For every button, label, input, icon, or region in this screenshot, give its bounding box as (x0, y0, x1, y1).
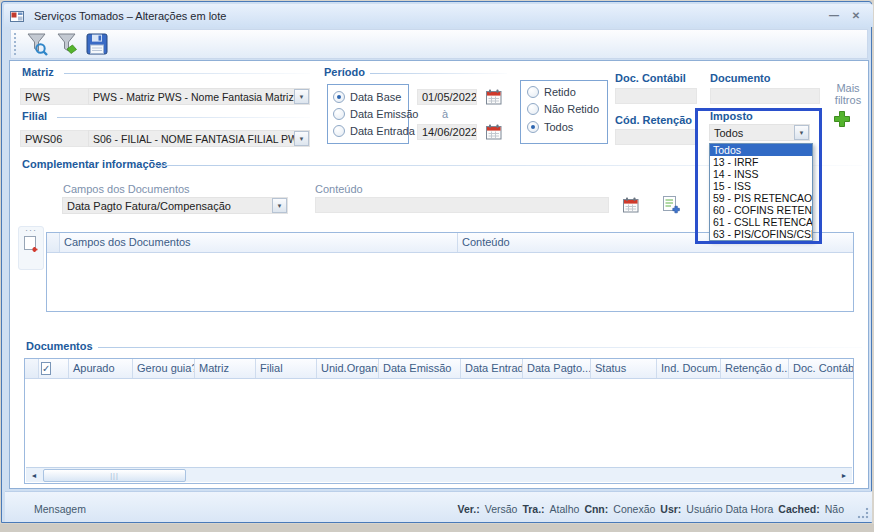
documentos-group-line (98, 347, 862, 348)
funnel-search-icon (24, 31, 50, 57)
window-title: Serviços Tomados – Alterações em lote (34, 10, 226, 22)
imposto-combobox[interactable]: Todos ▼ (709, 124, 810, 141)
imposto-label: Imposto (710, 110, 753, 122)
column-header[interactable]: Data Entrada (461, 359, 523, 378)
documento-field[interactable] (710, 88, 820, 104)
retencao-radio-group: Retido Não Retido Todos (520, 80, 608, 144)
dropdown-option[interactable]: 63 - PIS/COFINS/CSLL (710, 228, 812, 240)
dropdown-option[interactable]: 13 - IRRF (710, 156, 812, 168)
scroll-left-arrow-icon[interactable]: ◄ (26, 468, 42, 483)
column-header[interactable]: Doc. Contábil (789, 359, 853, 378)
filter-search-button[interactable] (22, 30, 52, 58)
add-field-row-button[interactable] (662, 195, 680, 218)
campos-documentos-label: Campos dos Documentos (63, 183, 190, 195)
imposto-dropdown-list: Todos 13 - IRRF 14 - INSS 15 - ISS 59 - … (709, 143, 813, 241)
radio-icon (333, 108, 345, 120)
dropdown-option[interactable]: 59 - PIS RETENCAO (710, 192, 812, 204)
documentos-grid: ✓ Apurado Gerou guia? Matriz Filial Unid… (24, 358, 854, 484)
minimize-button[interactable]: — (823, 8, 845, 23)
column-header[interactable]: Data Pagto... (523, 359, 591, 378)
column-header[interactable]: Apurado (69, 359, 133, 378)
background-strip (0, 524, 874, 532)
periodo-group-line (370, 73, 507, 74)
status-message: Mensagem (34, 503, 86, 515)
radio-data-entrada[interactable]: Data Entrada (333, 125, 415, 137)
radio-retido[interactable]: Retido (527, 86, 576, 98)
radio-nao-retido[interactable]: Não Retido (527, 103, 599, 115)
filial-dropdown-arrow-icon[interactable]: ▼ (294, 131, 309, 146)
add-filter-button[interactable] (833, 110, 851, 132)
campos-grid: Campos dos Documentos Conteúdo (46, 232, 854, 312)
radio-data-emissao[interactable]: Data Emissão (333, 108, 418, 120)
horizontal-scrollbar[interactable]: ◄ ||| ► (26, 467, 852, 482)
column-header[interactable]: Filial (256, 359, 317, 378)
resize-grip[interactable] (857, 507, 869, 519)
overflow-dots-icon[interactable]: ··· (19, 227, 43, 234)
select-all-header[interactable]: ✓ (39, 359, 69, 378)
title-bar[interactable]: Serviços Tomados – Alterações em lote — … (4, 4, 873, 27)
complementar-group-label: Complementar informações (22, 158, 167, 170)
radio-icon (527, 103, 539, 115)
close-button[interactable]: ✕ (845, 8, 867, 23)
campos-documentos-combobox[interactable]: Data Pagto Fatura/Compensação ▼ (62, 197, 288, 214)
conteudo-calendar-icon[interactable] (623, 197, 639, 217)
column-header[interactable]: Unid.Organiz. (317, 359, 379, 378)
filial-combobox[interactable]: S06 - FILIAL - NOME FANTASIA FILIAL PWS0… (88, 130, 310, 147)
radio-selected-icon (527, 121, 539, 133)
dropdown-option[interactable]: 14 - INSS (710, 168, 812, 180)
dropdown-option[interactable]: 15 - ISS (710, 180, 812, 192)
documentos-grid-header: ✓ Apurado Gerou guia? Matriz Filial Unid… (25, 359, 853, 379)
date-range-separator: à (442, 108, 448, 120)
doc-contabil-label: Doc. Contábil (615, 72, 686, 84)
matriz-combobox[interactable]: PWS - Matriz PWS - Nome Fantasia Matriz … (88, 88, 310, 105)
save-button[interactable] (82, 30, 112, 58)
column-header[interactable]: Status (591, 359, 657, 378)
column-header[interactable]: Ind. Docum... (657, 359, 721, 378)
app-icon (9, 8, 25, 24)
matriz-group-label: Matriz (22, 66, 54, 78)
cod-retencao-field[interactable] (615, 129, 697, 145)
mais-filtros-label: Mais filtros (828, 82, 868, 106)
documentos-group-label: Documentos (26, 340, 93, 352)
filial-group-label: Filial (22, 110, 47, 122)
column-header[interactable]: Retenção d... (721, 359, 789, 378)
radio-icon (527, 86, 539, 98)
matriz-group-line (64, 73, 310, 74)
conteudo-field[interactable] (315, 197, 609, 213)
dropdown-option[interactable]: 60 - COFINS RETENCAO (710, 204, 812, 216)
radio-selected-icon (333, 91, 345, 103)
grid-mini-toolbar: ··· (18, 226, 44, 270)
plus-icon (833, 110, 851, 128)
date-from-field[interactable]: 01/05/2022 (417, 89, 477, 105)
column-header[interactable]: Matriz (195, 359, 256, 378)
document-add-icon (662, 195, 680, 214)
documento-label: Documento (710, 72, 771, 84)
document-delete-icon (22, 234, 40, 256)
filter-apply-button[interactable] (52, 30, 82, 58)
row-indicator-header (47, 233, 60, 252)
imposto-dropdown-arrow-icon[interactable]: ▼ (794, 125, 809, 140)
matriz-dropdown-arrow-icon[interactable]: ▼ (294, 89, 309, 104)
doc-contabil-field[interactable] (615, 88, 697, 104)
checked-checkbox-icon[interactable]: ✓ (41, 362, 51, 375)
column-header[interactable]: Data Emissão (379, 359, 461, 378)
date-from-calendar-icon[interactable] (486, 89, 502, 109)
periodo-radio-group: Data Base Data Emissão Data Entrada (327, 84, 409, 144)
scroll-right-arrow-icon[interactable]: ► (836, 468, 852, 483)
dropdown-option[interactable]: Todos (710, 144, 812, 156)
status-bar: Mensagem Ver.:Versão Tra.:Atalho Cnn:Con… (5, 491, 872, 522)
scrollbar-thumb[interactable]: ||| (43, 469, 186, 482)
radio-todos[interactable]: Todos (527, 121, 573, 133)
cod-retencao-label: Cód. Retenção (615, 114, 692, 126)
row-indicator-header (25, 359, 39, 378)
remove-field-row-button[interactable] (22, 242, 40, 259)
campos-dropdown-arrow-icon[interactable]: ▼ (272, 198, 287, 213)
date-to-field[interactable]: 14/06/2022 (417, 124, 477, 140)
dropdown-option[interactable]: 61 - CSLL RETENCAO (710, 216, 812, 228)
radio-data-base[interactable]: Data Base (333, 91, 401, 103)
column-header[interactable]: Gerou guia? (133, 359, 195, 378)
column-header[interactable]: Campos dos Documentos (60, 233, 458, 252)
date-to-calendar-icon[interactable] (486, 124, 502, 144)
dialog-window: Serviços Tomados – Alterações em lote — … (1, 1, 872, 523)
toolbar-grip (14, 33, 16, 55)
